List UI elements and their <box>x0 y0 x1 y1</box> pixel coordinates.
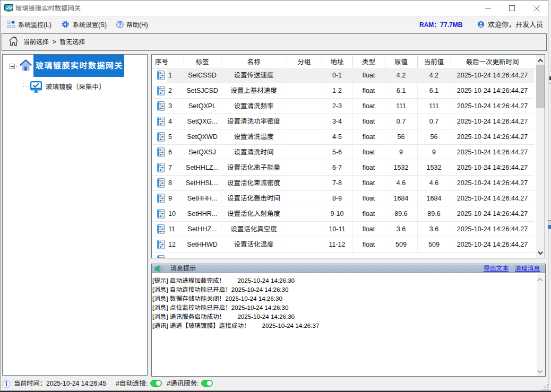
svg-text:?: ? <box>118 21 122 28</box>
